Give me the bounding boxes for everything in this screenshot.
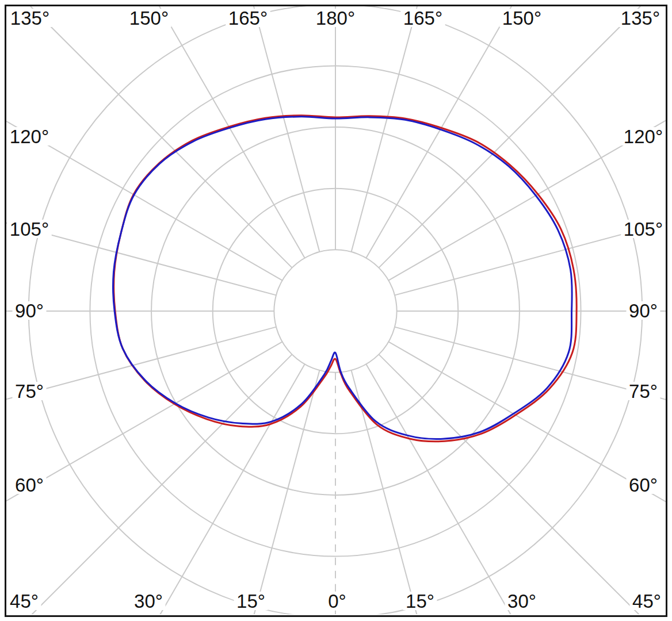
angle-label-text: 75° <box>15 381 44 402</box>
grid-radial-line <box>6 342 282 501</box>
angle-label-left-105: 105° <box>7 218 52 240</box>
angle-label-text: 135° <box>621 7 660 29</box>
grid-radial-line <box>366 6 511 258</box>
grid-radial-line <box>366 364 510 614</box>
angle-label-bottom-15: 15° <box>403 591 437 612</box>
angle-label-top-150: 150° <box>499 7 544 29</box>
angle-label-text: 60° <box>15 474 44 496</box>
angle-label-text: 120° <box>10 126 49 147</box>
polar-diagram-page: 135°150°165°180°165°150°135°45°30°15°0°1… <box>0 0 672 621</box>
angle-label-text: 45° <box>10 591 39 612</box>
angle-label-top-180: 180° <box>313 7 358 29</box>
angle-label-bottom-30: 30° <box>132 591 166 612</box>
angle-label-right-105: 105° <box>621 218 666 240</box>
angle-label-right-60: 60° <box>627 474 660 496</box>
grid-radial-line <box>254 370 320 614</box>
angle-label-right-120: 120° <box>621 126 666 147</box>
angle-label-text: 90° <box>629 300 658 321</box>
angle-label-text: 90° <box>15 300 44 321</box>
angle-label-left-120: 120° <box>7 126 52 147</box>
angle-label-right-90: 90° <box>627 300 660 321</box>
angle-label-top-135: 135° <box>618 7 663 29</box>
angle-label-top-135: 135° <box>7 7 52 29</box>
angle-label-bottom-15: 15° <box>234 591 268 612</box>
angle-label-text: 60° <box>629 474 658 496</box>
angle-label-left-60: 60° <box>13 474 47 496</box>
angle-label-text: 120° <box>624 126 663 147</box>
angle-label-text: 30° <box>507 591 536 612</box>
angle-labels: 135°150°165°180°165°150°135°45°30°15°0°1… <box>7 7 666 612</box>
angle-label-text: 135° <box>10 7 49 29</box>
grid-radial-line <box>159 6 305 258</box>
grid-radial-line <box>379 354 639 614</box>
angle-label-top-150: 150° <box>127 7 171 29</box>
angle-label-text: 45° <box>632 591 661 612</box>
grid-radial-line <box>32 354 292 614</box>
grid-radial-line <box>6 327 276 400</box>
angle-label-bottom-0: 0° <box>326 591 349 612</box>
angle-label-top-165: 165° <box>226 7 270 29</box>
angle-label-left-75: 75° <box>13 381 47 402</box>
angle-label-left-90: 90° <box>13 300 47 321</box>
angle-label-text: 150° <box>129 7 169 29</box>
angle-label-text: 15° <box>406 591 434 612</box>
angle-label-text: 150° <box>502 7 541 29</box>
angle-label-right-75: 75° <box>627 381 660 402</box>
blue-curve <box>113 117 572 439</box>
angle-label-text: 165° <box>228 7 268 29</box>
grid-radial-line <box>395 327 666 400</box>
polar-chart-svg: 135°150°165°180°165°150°135°45°30°15°0°1… <box>0 0 672 621</box>
angle-label-text: 180° <box>316 7 355 29</box>
grid-radial-line <box>160 364 304 614</box>
angle-label-text: 0° <box>328 591 346 612</box>
angle-label-bottom-45: 45° <box>630 591 664 612</box>
grid-radial-line <box>30 6 292 268</box>
angle-label-top-165: 165° <box>400 7 445 29</box>
angle-label-text: 165° <box>403 7 442 29</box>
grid-radial-line <box>379 6 640 268</box>
angle-label-text: 105° <box>624 218 663 240</box>
angle-label-text: 75° <box>629 381 658 402</box>
angle-label-text: 30° <box>134 591 163 612</box>
angle-label-bottom-45: 45° <box>7 591 41 612</box>
angle-label-bottom-30: 30° <box>505 591 539 612</box>
grid-radial-line <box>388 342 666 501</box>
angle-label-text: 15° <box>236 591 265 612</box>
polar-grid <box>6 5 666 618</box>
angle-label-text: 105° <box>10 218 49 240</box>
